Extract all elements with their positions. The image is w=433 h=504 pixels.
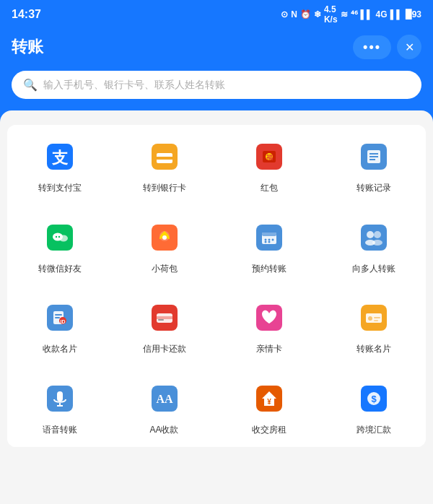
grid: 支 转到支付宝 转到银行卡 福 红包 转账记录 bbox=[7, 125, 426, 447]
records-icon bbox=[354, 136, 394, 177]
search-container: 🔍 输入手机号、银行卡号、联系人姓名转账 bbox=[0, 71, 433, 110]
bottom-bar: ∧ bbox=[0, 492, 433, 504]
redpacket-label: 红包 bbox=[261, 183, 278, 194]
grid-item-schedule[interactable]: 预约转账 bbox=[216, 206, 321, 287]
voice-label: 语音转账 bbox=[43, 425, 77, 436]
svg-rect-37 bbox=[55, 314, 62, 316]
status-icons: ⊙ N ⏰ ❄ 4.5K/s ≋ ⁴⁶ ▌▌ 4G ▌▌ ▉93 bbox=[281, 4, 421, 25]
svg-rect-24 bbox=[262, 233, 276, 236]
schedule-icon bbox=[249, 217, 289, 258]
voice-icon bbox=[40, 378, 80, 419]
scroll-up-arrow[interactable]: ∧ bbox=[211, 499, 222, 504]
bank-label: 转到银行卡 bbox=[143, 183, 186, 194]
page-title: 转账 bbox=[12, 36, 43, 58]
bluetooth-icon: ❄ bbox=[314, 9, 321, 19]
svg-rect-30 bbox=[361, 225, 387, 251]
search-placeholder: 输入手机号、银行卡号、联系人姓名转账 bbox=[43, 79, 410, 92]
lotus-label: 小荷包 bbox=[152, 264, 178, 275]
schedule-label: 预约转账 bbox=[252, 264, 287, 275]
svg-point-21 bbox=[162, 235, 167, 240]
grid-item-records[interactable]: 转账记录 bbox=[321, 125, 426, 206]
records-label: 转账记录 bbox=[357, 183, 391, 194]
wifi-icon: ≋ bbox=[341, 9, 348, 19]
svg-point-25 bbox=[264, 238, 266, 240]
bank-icon bbox=[144, 136, 185, 177]
grid-item-multi[interactable]: 向多人转账 bbox=[321, 206, 426, 287]
grid-item-voice[interactable]: 语音转账 bbox=[7, 367, 112, 448]
battery-icon: ▉93 bbox=[406, 9, 421, 19]
rent-icon: ¥ bbox=[249, 378, 289, 419]
svg-point-17 bbox=[55, 235, 56, 237]
svg-rect-38 bbox=[55, 317, 60, 318]
header-actions: ••• ✕ bbox=[353, 35, 421, 59]
close-button[interactable]: ✕ bbox=[397, 35, 421, 59]
grid-item-aa[interactable]: AA AA收款 bbox=[112, 367, 216, 448]
grid-item-alipay[interactable]: 支 转到支付宝 bbox=[7, 125, 112, 206]
svg-point-31 bbox=[367, 231, 374, 238]
search-icon: 🔍 bbox=[23, 78, 38, 92]
header: 转账 ••• ✕ bbox=[0, 29, 433, 71]
bizcard-icon bbox=[354, 297, 394, 338]
signal-bar2-icon: ▌▌ bbox=[390, 9, 403, 19]
wechat-icon bbox=[40, 217, 80, 258]
grid-item-rent[interactable]: ¥ 收交房租 bbox=[216, 367, 321, 448]
svg-rect-4 bbox=[157, 157, 172, 160]
svg-rect-52 bbox=[57, 391, 63, 401]
wechat-label: 转微信好友 bbox=[38, 264, 82, 275]
svg-text:ID: ID bbox=[60, 319, 65, 324]
grid-item-redpacket[interactable]: 福 红包 bbox=[216, 125, 321, 206]
grid-item-lotus[interactable]: 小荷包 bbox=[112, 206, 216, 287]
svg-point-29 bbox=[268, 240, 270, 243]
alipay-label: 转到支付宝 bbox=[38, 183, 82, 194]
grid-item-credit[interactable]: 信用卡还款 bbox=[112, 286, 216, 367]
multi-label: 向多人转账 bbox=[352, 264, 395, 275]
svg-rect-43 bbox=[157, 316, 172, 319]
cross-icon: $ bbox=[354, 378, 394, 419]
alarm-icon: ⏰ bbox=[300, 9, 311, 19]
status-time: 14:37 bbox=[12, 8, 41, 21]
grid-item-wechat[interactable]: 转微信好友 bbox=[7, 206, 112, 287]
svg-point-34 bbox=[372, 240, 382, 246]
network-speed: 4.5K/s bbox=[324, 4, 338, 25]
svg-point-32 bbox=[374, 231, 381, 238]
family-icon bbox=[249, 297, 289, 338]
svg-point-28 bbox=[264, 240, 266, 243]
grid-item-family[interactable]: 亲情卡 bbox=[216, 286, 321, 367]
lotus-icon bbox=[144, 217, 185, 258]
aa-icon: AA bbox=[144, 378, 185, 419]
more-button[interactable]: ••• bbox=[353, 35, 391, 59]
grid-item-bizcard[interactable]: 转账名片 bbox=[321, 286, 426, 367]
receipt-label: 收款名片 bbox=[43, 344, 77, 355]
aa-label: AA收款 bbox=[149, 425, 178, 436]
svg-point-18 bbox=[58, 235, 59, 237]
grid-item-receipt[interactable]: ID 收款名片 bbox=[7, 286, 112, 367]
credit-icon bbox=[144, 297, 185, 338]
rent-label: 收交房租 bbox=[252, 425, 287, 436]
svg-rect-49 bbox=[374, 317, 380, 318]
receipt-icon: ID bbox=[40, 297, 80, 338]
multi-icon bbox=[354, 217, 394, 258]
alipay-icon: 支 bbox=[40, 136, 80, 177]
svg-point-48 bbox=[368, 316, 372, 321]
grid-item-cross[interactable]: $ 跨境汇款 bbox=[321, 367, 426, 448]
redpacket-icon: 福 bbox=[249, 136, 289, 177]
eye-icon: ⊙ bbox=[281, 9, 288, 19]
signal-4g-icon: ⁴⁶ bbox=[351, 9, 358, 19]
svg-text:$: $ bbox=[371, 394, 377, 404]
status-bar: 14:37 ⊙ N ⏰ ❄ 4.5K/s ≋ ⁴⁶ ▌▌ 4G ▌▌ ▉93 bbox=[0, 0, 433, 29]
svg-text:¥: ¥ bbox=[267, 398, 271, 406]
nfc-icon: N bbox=[291, 9, 297, 19]
cross-label: 跨境汇款 bbox=[357, 425, 391, 436]
family-label: 亲情卡 bbox=[256, 344, 282, 355]
svg-text:支: 支 bbox=[51, 149, 69, 167]
svg-text:AA: AA bbox=[156, 393, 173, 405]
grid-item-bank[interactable]: 转到银行卡 bbox=[112, 125, 216, 206]
main-content: 支 转到支付宝 转到银行卡 福 红包 转账记录 bbox=[0, 110, 433, 492]
svg-rect-44 bbox=[158, 319, 164, 321]
signal-bar-icon: ▌▌ bbox=[361, 9, 373, 19]
svg-text:福: 福 bbox=[265, 154, 272, 161]
search-bar[interactable]: 🔍 输入手机号、银行卡号、联系人姓名转账 bbox=[12, 71, 421, 99]
bizcard-label: 转账名片 bbox=[357, 344, 391, 355]
svg-rect-50 bbox=[374, 320, 378, 321]
signal-4g2-icon: 4G bbox=[376, 9, 388, 19]
